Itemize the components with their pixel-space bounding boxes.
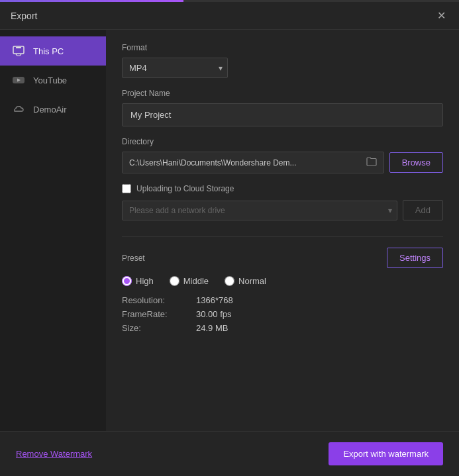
size-value: 24.9 MB [196,323,228,333]
sidebar-item-this-pc[interactable]: This PC [0,36,106,66]
sidebar-item-demoair-label: DemoAir [33,105,67,115]
preset-normal-option[interactable]: Normal [225,276,266,286]
preset-radio-group: High Middle Normal [122,276,443,286]
preset-high-label: High [136,276,154,286]
progress-bar-container [0,0,459,2]
preset-middle-label: Middle [183,276,209,286]
size-key: Size: [122,323,188,333]
this-pc-icon [11,43,26,59]
network-drive-select-wrapper: Please add a network drive ▾ [122,201,397,220]
preset-normal-radio[interactable] [225,276,234,286]
resolution-value: 1366*768 [196,295,233,305]
format-group: Format MP4 MOV AVI MKV GIF ▾ [122,43,443,78]
main-area: This PC YouTube DemoAir [0,30,459,431]
directory-group: Directory C:\Users\Hani\Documents\Wonder… [122,137,443,173]
divider [122,236,443,237]
resolution-key: Resolution: [122,295,188,305]
preset-normal-label: Normal [238,276,266,286]
directory-label: Directory [122,137,443,146]
directory-path-text: C:\Users\Hani\Documents\Wondershare Dem.… [129,158,361,167]
framerate-value: 30.00 fps [196,309,232,319]
sidebar-item-youtube[interactable]: YouTube [0,66,106,95]
cloud-storage-label: Uploading to Cloud Storage [136,184,234,193]
framerate-key: FrameRate: [122,309,188,319]
format-select-wrapper: MP4 MOV AVI MKV GIF ▾ [122,58,228,78]
format-label: Format [122,43,443,52]
progress-bar-fill [0,0,183,2]
remove-watermark-button[interactable]: Remove Watermark [16,449,92,459]
format-select[interactable]: MP4 MOV AVI MKV GIF [122,58,228,78]
demoair-icon [11,101,26,117]
browse-button[interactable]: Browse [389,152,443,173]
project-name-group: Project Name [122,89,443,126]
add-network-drive-button[interactable]: Add [403,200,443,220]
cloud-storage-row: Uploading to Cloud Storage [122,184,443,193]
preset-label: Preset [122,254,145,263]
resolution-row: Resolution: 1366*768 [122,295,443,305]
size-row: Size: 24.9 MB [122,323,443,333]
export-dialog: Export ✕ This PC [0,0,459,476]
settings-button[interactable]: Settings [387,248,443,268]
title-bar: Export ✕ [0,0,459,30]
cloud-storage-checkbox[interactable] [122,184,131,193]
content-panel: Format MP4 MOV AVI MKV GIF ▾ Project Nam… [106,30,459,431]
preset-high-radio[interactable] [122,276,132,286]
directory-row: C:\Users\Hani\Documents\Wondershare Dem.… [122,152,443,173]
network-drive-row: Please add a network drive ▾ Add [122,200,443,220]
export-button[interactable]: Export with watermark [329,442,443,465]
sidebar-item-demoair[interactable]: DemoAir [0,95,106,124]
footer: Remove Watermark Export with watermark [0,431,459,476]
network-drive-select[interactable]: Please add a network drive [122,201,397,220]
sidebar-item-this-pc-label: This PC [33,46,64,56]
framerate-row: FrameRate: 30.00 fps [122,309,443,319]
project-name-input[interactable] [122,103,443,126]
project-name-label: Project Name [122,89,443,98]
preset-high-option[interactable]: High [122,276,154,286]
sidebar: This PC YouTube DemoAir [0,30,106,431]
youtube-icon [11,72,26,88]
svg-rect-1 [16,47,21,48]
preset-middle-option[interactable]: Middle [170,276,209,286]
close-button[interactable]: ✕ [434,9,448,23]
directory-input-wrapper: C:\Users\Hani\Documents\Wondershare Dem.… [122,152,384,173]
preset-middle-radio[interactable] [170,276,179,286]
sidebar-item-youtube-label: YouTube [33,75,67,85]
folder-icon[interactable] [366,157,377,168]
dialog-title: Export [11,11,37,21]
preset-header: Preset Settings [122,248,443,268]
